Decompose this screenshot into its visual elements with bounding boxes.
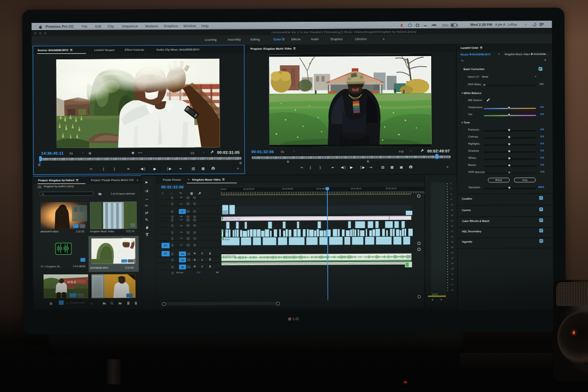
svg-text:-33: -33 bbox=[451, 241, 454, 243]
svg-text:-36: -36 bbox=[451, 247, 454, 249]
svg-text:-27: -27 bbox=[450, 230, 453, 232]
svg-text:-57: -57 bbox=[451, 284, 454, 286]
svg-text:-42: -42 bbox=[451, 257, 454, 259]
svg-text:8A6A8986.MOV: 8A6A8986.MOV bbox=[223, 255, 236, 257]
svg-text:-9: -9 bbox=[450, 198, 452, 200]
svg-text:02_C: 02_C bbox=[224, 230, 229, 232]
svg-text:-3: -3 bbox=[450, 188, 452, 190]
svg-text:30%: 30% bbox=[442, 24, 449, 27]
svg-text:-24: -24 bbox=[450, 225, 453, 227]
svg-text:8A6A: 8A6A bbox=[225, 238, 230, 241]
svg-text:-60: -60 bbox=[451, 289, 454, 291]
svg-text:Adjustment Layer: Adjustment Layer bbox=[224, 217, 241, 220]
svg-text:-48: -48 bbox=[451, 268, 454, 270]
svg-text:-18: -18 bbox=[450, 215, 453, 217]
svg-text:-21: -21 bbox=[450, 220, 453, 222]
svg-text:-45: -45 bbox=[451, 262, 454, 265]
svg-text:-39: -39 bbox=[451, 252, 454, 254]
svg-text:0: 0 bbox=[450, 182, 451, 185]
svg-text:-12: -12 bbox=[450, 204, 453, 206]
svg-text:-15: -15 bbox=[450, 209, 453, 211]
svg-text:-6: -6 bbox=[450, 193, 452, 195]
svg-text:-30: -30 bbox=[451, 236, 454, 238]
svg-text:S: S bbox=[440, 298, 442, 301]
svg-text:-51: -51 bbox=[451, 273, 454, 275]
svg-text:-54: -54 bbox=[451, 278, 454, 280]
svg-text:S: S bbox=[432, 298, 433, 301]
svg-text:U D 2: U D 2 bbox=[68, 280, 76, 284]
